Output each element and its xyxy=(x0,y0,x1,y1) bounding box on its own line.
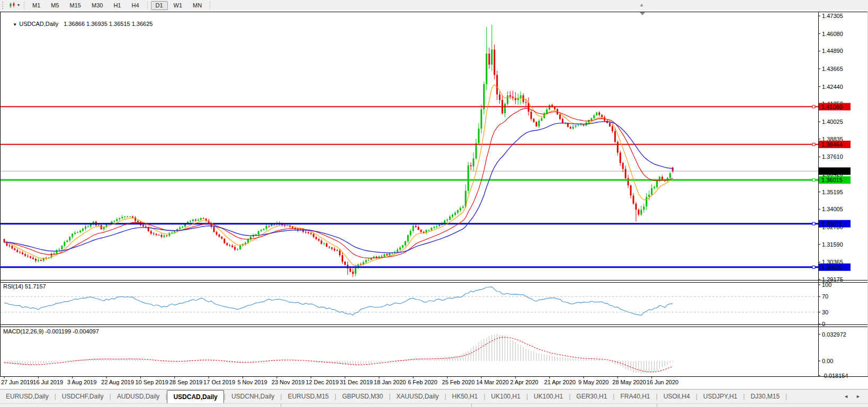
date-axis-label: 31 Dec 2019 xyxy=(340,379,373,385)
tab-separator: | xyxy=(785,390,787,403)
level-price-badge-text: 1.33011 xyxy=(821,221,842,227)
ma-slow-line xyxy=(4,122,673,253)
chart-window: 1.473051.460801.448901.436651.424401.412… xyxy=(0,11,868,389)
ma-medium-line xyxy=(4,108,673,258)
price-axis-label: 1.37610 xyxy=(822,153,843,160)
chart-type-icon[interactable]: ▾ xyxy=(7,2,21,9)
tab-dj30-m15[interactable]: DJ30,M15 xyxy=(745,390,785,403)
tab-xauusd-daily[interactable]: XAUUSD,Daily xyxy=(390,390,444,403)
macd-histogram xyxy=(4,334,673,374)
level-price-badge-text: 1.41060 xyxy=(821,104,843,110)
date-axis-label: 25 Feb 2020 xyxy=(442,379,475,385)
mt4-terminal: ▾ M1M5M15M30H1H4D1W1MN ▲ 1.473051.460801… xyxy=(0,0,868,407)
timeframe-button-h1[interactable]: H1 xyxy=(109,1,126,10)
macd-label: MACD(12,26,9) -0.001199 -0.004097 xyxy=(3,328,99,334)
timeframe-button-m5[interactable]: M5 xyxy=(46,1,64,10)
tab-ger30-h1[interactable]: GER30,H1 xyxy=(570,390,613,403)
date-axis-label: 5 Nov 2019 xyxy=(237,379,267,385)
tab-fra40-h1[interactable]: FRA40,H1 xyxy=(614,390,656,403)
date-axis-label: 16 Jun 2020 xyxy=(647,379,679,385)
date-axis-label: 14 Mar 2020 xyxy=(476,379,509,385)
collapse-icon[interactable]: ▼ xyxy=(13,22,17,27)
candles-series xyxy=(4,25,674,277)
chart-ohlc-header: ▼USDCAD,Daily1.36866 1.36935 1.36515 1.3… xyxy=(3,14,153,33)
rsi-axis-label: 30 xyxy=(822,309,828,315)
price-axis-label: 1.40025 xyxy=(822,119,843,125)
price-axis-label: 1.35195 xyxy=(822,189,843,195)
tab-usoil-h4[interactable]: USOil,H4 xyxy=(658,390,696,403)
timeframe-button-w1[interactable]: W1 xyxy=(169,1,187,10)
level-line-handle[interactable] xyxy=(812,266,815,268)
toolbar-separator xyxy=(147,1,148,10)
timeframe-button-m15[interactable]: M15 xyxy=(65,1,86,10)
timeframe-toolbar: ▾ M1M5M15M30H1H4D1W1MN ▲ xyxy=(0,0,868,11)
price-axis-label: 1.44890 xyxy=(822,48,843,54)
timeframe-button-m30[interactable]: M30 xyxy=(87,1,108,10)
timeframe-button-m1[interactable]: M1 xyxy=(28,1,45,10)
macd-axis-label: -0.018154 xyxy=(822,373,848,379)
tab-uk100-h1[interactable]: UK100,H1 xyxy=(485,390,526,403)
symbol-tabbar: EURUSD,Daily|USDCHF,Daily|AUDUSD,Daily|U… xyxy=(0,389,868,403)
scroll-up-icon[interactable]: ▲ xyxy=(639,2,644,7)
status-divider xyxy=(471,404,472,407)
level-price-badge-text: 1.36015 xyxy=(821,177,843,183)
current-price-badge-text: 1.36625 xyxy=(821,168,843,174)
macd-signal-line xyxy=(4,337,673,372)
tab-scroll-arrows: ◄► xyxy=(836,390,868,403)
tab-usdjpy-h1[interactable]: USDJPY,H1 xyxy=(697,390,743,403)
level-price-badge-text: 1.30020 xyxy=(821,264,843,270)
price-axis-label: 1.46080 xyxy=(822,31,843,37)
macd-axis-label: 0.00 xyxy=(822,358,833,364)
status-divider xyxy=(281,404,281,407)
timeframe-button-mn[interactable]: MN xyxy=(188,1,207,10)
level-line-handle[interactable] xyxy=(812,222,815,225)
macd-axis-label: 0.032972 xyxy=(822,331,846,338)
tab-gbpusd-m30[interactable]: GBPUSD,M30 xyxy=(336,390,389,403)
tab-scroll-right-icon[interactable]: ► xyxy=(856,394,861,399)
price-axis-label: 1.42440 xyxy=(822,84,843,90)
toolbar-grip xyxy=(2,2,5,9)
tab-usdcad-daily[interactable]: USDCAD,Daily xyxy=(167,390,223,403)
rsi-line xyxy=(4,287,673,315)
date-axis-label: 3 Aug 2019 xyxy=(67,379,97,385)
date-axis-label: 18 Jan 2020 xyxy=(374,379,406,385)
price-axis-label: 1.31590 xyxy=(822,241,843,248)
tab-uk100-h1[interactable]: UK100,H1 xyxy=(528,390,569,403)
date-axis-label: 28 May 2020 xyxy=(612,379,646,385)
tab-usdchf-daily[interactable]: USDCHF,Daily xyxy=(56,390,110,403)
tab-audusd-daily[interactable]: AUDUSD,Daily xyxy=(111,390,166,403)
date-axis-label: 12 Dec 2019 xyxy=(306,379,338,385)
level-line-handle[interactable] xyxy=(812,105,815,108)
rsi-axis-label: 70 xyxy=(822,293,828,300)
tab-usdcnh-daily[interactable]: USDCNH,Daily xyxy=(226,390,280,403)
date-axis-label: 28 Sep 2019 xyxy=(169,379,202,385)
price-axis-label: 1.34005 xyxy=(822,206,843,212)
chart-canvas[interactable]: 1.473051.460801.448901.436651.424401.412… xyxy=(0,11,868,389)
tab-eurusd-daily[interactable]: EURUSD,Daily xyxy=(0,390,55,403)
tab-hk50-h1[interactable]: HK50,H1 xyxy=(446,390,484,403)
date-axis: 27 Jun 201916 Jul 20193 Aug 201922 Aug 2… xyxy=(1,376,678,385)
rsi-axis-label: 100 xyxy=(822,282,831,288)
level-line-handle[interactable] xyxy=(812,179,815,182)
tab-scroll-left-icon[interactable]: ◄ xyxy=(844,394,848,399)
rsi-label: RSI(14) 51.7157 xyxy=(3,283,46,290)
status-divider xyxy=(657,404,657,407)
date-axis-label: 6 Feb 2020 xyxy=(408,379,437,385)
rsi-axis-label: 0 xyxy=(822,321,825,327)
candlestick-glyph xyxy=(9,2,16,8)
date-axis-label: 2 Apr 2020 xyxy=(510,379,538,385)
timeframe-button-h4[interactable]: H4 xyxy=(127,1,144,10)
level-price-badge-text: 1.38464 xyxy=(821,141,843,148)
timeframe-button-d1[interactable]: D1 xyxy=(151,1,168,10)
chart-shift-marker[interactable] xyxy=(640,12,645,15)
level-line-handle[interactable] xyxy=(812,143,815,146)
date-axis-label: 21 Apr 2020 xyxy=(544,379,576,385)
ohlc-values: 1.36866 1.36935 1.36515 1.36625 xyxy=(64,21,153,27)
tab-eurusd-m15[interactable]: EURUSD,M15 xyxy=(282,390,334,403)
date-axis-label: 17 Oct 2019 xyxy=(203,379,235,385)
date-axis-label: 10 Sep 2019 xyxy=(135,379,168,385)
toolbar-separator xyxy=(24,1,24,10)
chevron-down-icon: ▾ xyxy=(17,3,20,7)
date-axis-label: 9 May 2020 xyxy=(578,379,609,385)
macd-axis: 0.0329720.00-0.018154 xyxy=(818,331,848,379)
